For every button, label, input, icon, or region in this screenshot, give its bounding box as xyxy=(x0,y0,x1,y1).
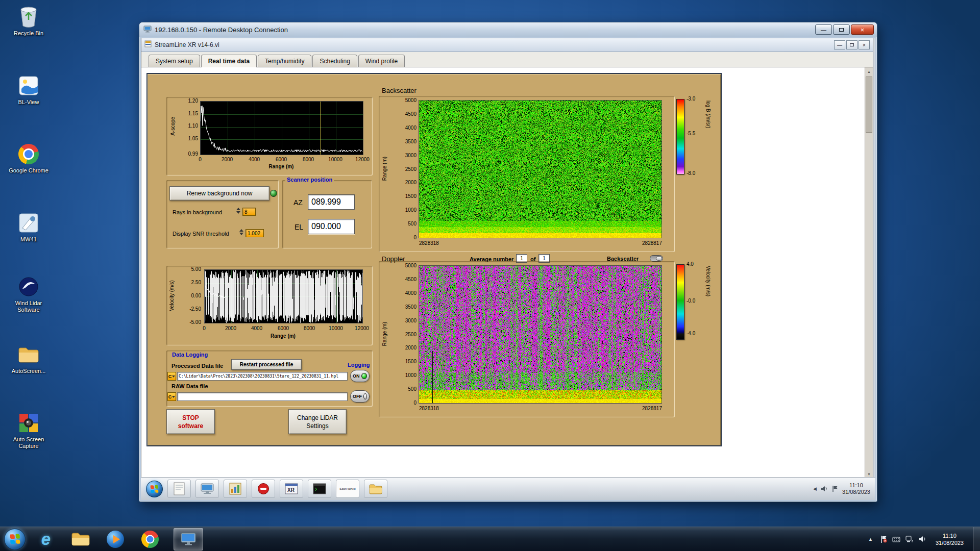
file-explorer-icon[interactable] xyxy=(69,528,92,550)
action-center-flag-icon[interactable] xyxy=(880,535,887,543)
toggle-label: OFF xyxy=(353,394,362,399)
desktop-icon-bl-view[interactable]: BL-View xyxy=(5,74,52,106)
bl-view-icon xyxy=(17,74,40,97)
stop-software-button[interactable]: STOPsoftware xyxy=(166,409,215,434)
remote-clock[interactable]: 11:10 31/08/2023 xyxy=(842,482,870,495)
backscatter-y-axis-label: Range (m) xyxy=(382,151,387,187)
raw-drive-selector[interactable]: C xyxy=(167,392,176,401)
toggle-label: ON xyxy=(353,373,360,379)
raw-logging-toggle[interactable]: OFF xyxy=(350,390,370,403)
processed-data-file-label: Processed Data file xyxy=(172,363,224,369)
az-value[interactable]: 089.999 xyxy=(308,194,355,210)
rdp-minimize-button[interactable]: — xyxy=(815,24,832,35)
remote-start-button[interactable] xyxy=(146,481,163,497)
axis-tick: 2500 xyxy=(396,167,416,172)
rdp-titlebar[interactable]: 192.168.0.150 - Remote Desktop Connectio… xyxy=(139,22,877,37)
front-panel: A-scope 1.20 1.15 1.10 1.05 0.99 0 2000 … xyxy=(146,73,722,446)
desktop-icon-chrome[interactable]: Google Chrome xyxy=(5,142,52,174)
backscatter-plot[interactable] xyxy=(419,100,662,238)
doppler-plot[interactable] xyxy=(419,265,662,404)
doppler-x-start: 2828318 xyxy=(419,406,455,411)
background-controls-frame: Renew background now Rays in background … xyxy=(166,180,279,248)
stop-app-icon[interactable] xyxy=(252,480,275,498)
tab-temp-humidity[interactable]: Temp/humidity xyxy=(258,55,311,67)
app-vertical-scrollbar[interactable]: ▲ ▼ xyxy=(865,67,873,478)
desktop-icon-label: AutoScreen... xyxy=(12,368,46,374)
app-close-button[interactable]: × xyxy=(859,40,870,49)
desktop-icon-auto-screen-capture[interactable]: Auto Screen Capture xyxy=(5,411,52,449)
media-player-icon[interactable] xyxy=(104,528,127,550)
folder-icon[interactable] xyxy=(364,480,387,498)
axis-tick: 1500 xyxy=(396,194,416,199)
remote-hidden-icons-arrow[interactable]: ◀ xyxy=(813,486,817,491)
wind-lidar-icon xyxy=(17,275,40,298)
chrome-icon[interactable] xyxy=(139,528,161,550)
axis-tick: -2.50 xyxy=(178,307,201,312)
app-restore-button[interactable] xyxy=(846,40,857,49)
axis-tick: 3000 xyxy=(396,153,416,158)
change-lidar-settings-button[interactable]: Change LiDARSettings xyxy=(288,409,347,434)
remote-notification-flag-icon[interactable] xyxy=(832,485,838,492)
tab-system-setup[interactable]: System setup xyxy=(149,55,200,67)
show-desktop-button[interactable] xyxy=(973,527,980,551)
el-value[interactable]: 090.000 xyxy=(308,219,355,234)
show-hidden-icons-button[interactable]: ▲ xyxy=(866,537,875,542)
tab-scheduling[interactable]: Scheduling xyxy=(312,55,357,67)
scrollbar-thumb[interactable] xyxy=(866,77,872,133)
desktop-icon-label: Auto Screen Capture xyxy=(5,436,52,449)
terminal-icon[interactable] xyxy=(308,480,331,498)
keyboard-icon[interactable] xyxy=(892,536,900,543)
processed-path-input[interactable] xyxy=(177,372,348,381)
renew-background-button[interactable]: Renew background now xyxy=(169,186,270,201)
rdp-close-button[interactable]: × xyxy=(851,24,874,35)
xr-window-icon[interactable]: XR xyxy=(280,480,303,498)
axis-tick: 8000 xyxy=(299,326,320,331)
velocity-plot[interactable] xyxy=(204,269,363,323)
app-titlebar[interactable]: StreamLine XR v14-6.vi — × xyxy=(141,38,873,52)
processed-logging-toggle[interactable]: ON xyxy=(350,370,370,382)
app-minimize-button[interactable]: — xyxy=(834,40,845,49)
doppler-colorbar xyxy=(676,264,684,340)
remote-desktop-taskbar-button[interactable] xyxy=(174,528,203,550)
snr-threshold-value[interactable]: 1.002 xyxy=(246,229,264,237)
colorbar-tick: -0.0 xyxy=(687,298,702,304)
processed-drive-selector[interactable]: C xyxy=(167,372,176,381)
tab-real-time-data[interactable]: Real time data xyxy=(201,55,257,67)
volume-icon[interactable] xyxy=(919,536,926,542)
remote-volume-icon[interactable] xyxy=(821,486,828,492)
az-label: AZ xyxy=(293,198,303,207)
restart-processed-file-button[interactable]: Restart processed file xyxy=(231,359,302,370)
axis-tick: 3500 xyxy=(396,305,416,310)
velocity-frame: Velocity (m/s) 5.00 2.50 0.00 -2.50 -5.0… xyxy=(166,266,373,345)
start-button[interactable] xyxy=(4,529,26,550)
axis-tick: 12000 xyxy=(352,157,373,162)
desktop-icon-autoscreen[interactable]: AutoScreen... xyxy=(5,343,52,374)
axis-tick: 0.00 xyxy=(178,293,201,298)
scan-sched-icon[interactable]: Scan sched xyxy=(336,480,359,498)
taskbar-clock[interactable]: 11:10 31/08/2023 xyxy=(936,532,964,546)
desktop-icon-wind-lidar[interactable]: Wind Lidar Software xyxy=(5,275,52,313)
rays-spinner[interactable] xyxy=(236,208,240,214)
remote-monitor-icon[interactable] xyxy=(195,480,219,498)
tab-wind-profile[interactable]: Wind profile xyxy=(358,55,405,67)
rdp-maximize-button[interactable] xyxy=(833,24,850,35)
axis-tick: 1.15 xyxy=(179,111,198,116)
desktop-icon-recycle-bin[interactable]: Recycle Bin xyxy=(5,5,52,37)
axis-tick: 0 xyxy=(396,235,416,240)
axis-tick: 8000 xyxy=(298,157,318,162)
chart-app-icon[interactable] xyxy=(224,480,247,498)
auto-screen-capture-icon xyxy=(17,411,40,435)
rays-value[interactable]: 8 xyxy=(242,208,256,216)
raw-path-input[interactable] xyxy=(177,392,348,401)
ascope-plot[interactable] xyxy=(200,101,363,155)
desktop-icon-mw41[interactable]: MW41 xyxy=(5,211,52,243)
axis-tick: 1.20 xyxy=(179,98,198,104)
notepad-icon[interactable] xyxy=(167,480,191,498)
internet-explorer-icon[interactable]: e xyxy=(35,528,57,550)
snr-spinner[interactable] xyxy=(239,229,243,235)
desktop-icon-label: Google Chrome xyxy=(9,167,48,174)
network-icon[interactable] xyxy=(905,536,914,543)
axis-tick: 6000 xyxy=(271,157,291,162)
axis-tick: 3500 xyxy=(396,139,416,144)
scroll-up-arrow[interactable]: ▲ xyxy=(865,67,873,76)
